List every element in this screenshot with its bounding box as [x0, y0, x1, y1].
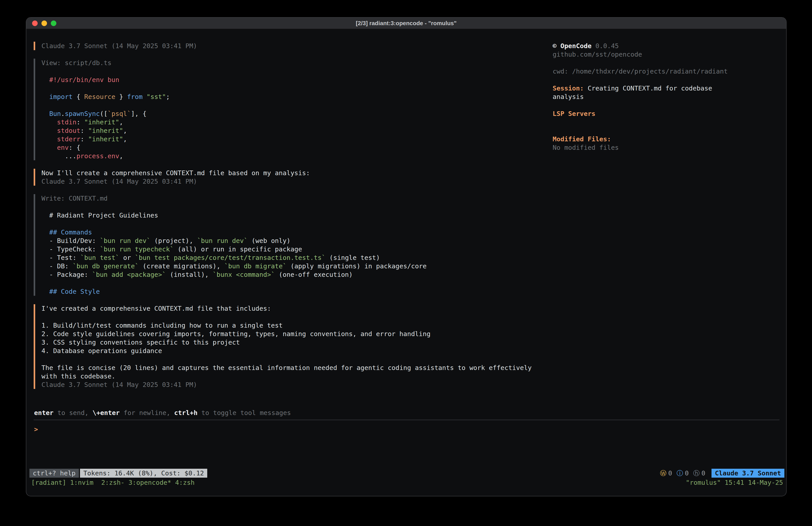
text-segment [41, 127, 57, 134]
tmux-status-bar: [radiant] 1:nvim 2:zsh- 3:opencode* 4:zs… [26, 478, 786, 487]
text-segment: 1. Build/lint/test commands including ho… [41, 322, 283, 329]
terminal-line: Now I'll create a comprehensive CONTEXT.… [41, 169, 553, 177]
terminal-line: 1. Build/lint/test commands including ho… [41, 321, 553, 330]
traffic-light-minimize-button[interactable] [41, 20, 47, 26]
text-segment: import [49, 93, 73, 100]
terminal-line: 3. CSS styling conventions specific to t… [41, 338, 553, 346]
text-segment: } [115, 93, 127, 100]
text-segment: (single test) [325, 254, 380, 261]
text-segment: ## Commands [41, 228, 92, 236]
prompt-input[interactable]: > [26, 425, 786, 433]
terminal-line: stdin: "inherit", [41, 118, 553, 126]
text-segment: - Build/Dev: [41, 237, 100, 244]
terminal-line [553, 59, 786, 67]
main-row: Claude 3.7 Sonnet (14 May 2025 03:41 PM)… [26, 42, 786, 397]
text-segment: from [127, 93, 143, 100]
text-segment: (project), [150, 237, 197, 244]
text-segment: to toggle tool messages [198, 409, 291, 416]
text-segment: : [81, 135, 88, 143]
text-segment: Resource [84, 93, 115, 100]
text-segment: I've created a comprehensive CONTEXT.md … [41, 305, 271, 312]
text-segment: for newline, [120, 409, 174, 416]
text-segment: # Radiant Project Guidelines [41, 212, 158, 219]
terminal-line [41, 219, 553, 228]
text-segment: The file is concise (20 lines) and captu… [41, 364, 532, 371]
text-segment: : { [69, 144, 80, 151]
text-segment: ; [166, 93, 170, 100]
terminal-line: Session: Creating CONTEXT.md for codebas… [553, 84, 786, 93]
session-sidebar: © OpenCode 0.0.45github.com/sst/opencode… [553, 42, 786, 397]
text-segment: : [81, 127, 88, 134]
window-titlebar[interactable]: [2/3] radiant:3:opencode - "romulus" [26, 18, 786, 29]
terminal-line [41, 279, 553, 287]
text-segment: ctrl+h [174, 409, 198, 416]
text-segment: "inherit" [88, 127, 123, 134]
text-segment: (apply migrations) in packages/core [287, 262, 427, 270]
text-segment: (create migrations), [139, 262, 224, 270]
text-segment: ## Code Style [41, 288, 100, 295]
text-segment: ... [41, 152, 76, 160]
terminal-line: # Radiant Project Guidelines [41, 211, 553, 219]
terminal-line: ## Code Style [41, 287, 553, 296]
traffic-light-close-button[interactable] [32, 20, 38, 26]
warning-count-icon: Ⓦ [660, 469, 667, 478]
tokens-cost-chip: Tokens: 16.4K (8%), Cost: $0.12 [80, 469, 207, 478]
help-hint-chip: ctrl+? help [29, 469, 79, 478]
text-segment: Bun [49, 110, 61, 117]
text-segment: ], { [131, 110, 147, 117]
text-segment: env [57, 144, 69, 151]
terminal-line [41, 313, 553, 321]
text-segment: `bun add <package>` [92, 271, 166, 279]
text-segment: © OpenCode [553, 42, 592, 50]
info-count-icon: ⓘ [677, 469, 683, 478]
terminal-line: ## Commands [41, 228, 553, 237]
text-segment [41, 118, 57, 126]
terminal-line [41, 355, 553, 364]
terminal-line [553, 101, 786, 110]
text-segment: `bun db generate` [73, 262, 139, 270]
terminal-line [41, 101, 553, 110]
info-count-value: 0 [685, 469, 688, 478]
text-segment [41, 144, 57, 151]
text-segment: 0.0.45 [592, 42, 619, 50]
text-segment: Modified Files: [553, 135, 611, 143]
text-segment: `bun run dev` [100, 237, 150, 244]
terminal-line: Claude 3.7 Sonnet (14 May 2025 03:41 PM) [41, 177, 553, 186]
text-segment [41, 135, 57, 143]
info-count: ⓘ0 [677, 469, 688, 478]
text-segment: (one-off execution) [275, 271, 353, 279]
text-segment: "inherit" [88, 135, 123, 143]
text-segment: github.com/sst/opencode [553, 51, 642, 58]
chat-area: Claude 3.7 Sonnet (14 May 2025 03:41 PM)… [26, 42, 553, 397]
terminal-line: stderr: "inherit", [41, 135, 553, 143]
text-segment: View: script/db.ts [41, 59, 112, 67]
text-segment: , [123, 127, 127, 134]
terminal-line: Write: CONTEXT.md [41, 194, 553, 203]
terminal-line: Claude 3.7 Sonnet (14 May 2025 03:41 PM) [41, 42, 553, 50]
diagnostics: Ⓦ0ⓘ0ⓗ0 [660, 469, 705, 478]
text-segment: - TypeCheck: [41, 245, 100, 253]
spacer [26, 433, 786, 468]
text-segment [41, 93, 49, 100]
text-segment: enter [34, 409, 54, 416]
terminal-line [41, 84, 553, 93]
prompt-symbol: > [34, 426, 38, 433]
terminal-line: View: script/db.ts [41, 59, 553, 67]
terminal-line [553, 118, 786, 126]
terminal-line: Claude 3.7 Sonnet (14 May 2025 03:41 PM) [41, 381, 553, 389]
terminal-line: - Build/Dev: `bun run dev` (project), `b… [41, 237, 553, 245]
text-segment: , [119, 118, 123, 126]
traffic-light-zoom-button[interactable] [51, 20, 56, 26]
terminal-line: stdout: "inherit", [41, 126, 553, 135]
text-segment [41, 110, 49, 117]
chat-block-tool-view: View: script/db.ts #!/usr/bin/env bun im… [34, 59, 553, 160]
terminal-line: env: { [41, 143, 553, 152]
text-segment: Session: [553, 84, 584, 92]
chat-block-message-footer: Claude 3.7 Sonnet (14 May 2025 03:41 PM) [34, 42, 553, 50]
text-segment [143, 93, 146, 100]
traffic-lights [26, 20, 56, 26]
terminal-line: import { Resource } from "sst"; [41, 93, 553, 101]
tmux-window-list: [radiant] 1:nvim 2:zsh- 3:opencode* 4:zs… [31, 478, 686, 487]
terminal-line [553, 75, 786, 84]
text-segment: - DB: [41, 262, 73, 270]
